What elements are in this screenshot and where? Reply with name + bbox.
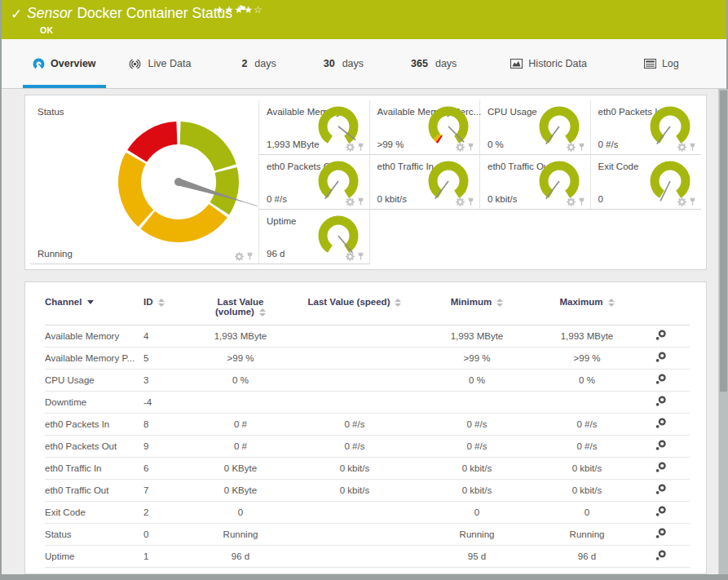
column-header-max[interactable]: Maximum <box>538 294 636 325</box>
gear-icon[interactable] <box>567 197 576 206</box>
gear-icon[interactable] <box>677 197 686 206</box>
tab-label: Live Data <box>148 58 192 69</box>
status-badge: OK <box>40 25 53 35</box>
priority-stars[interactable]: ★★★★☆ <box>215 4 263 15</box>
table-row[interactable]: Available Memory P...5>99 %>99 %>99 % <box>45 348 690 370</box>
table-row[interactable]: Downtime-4 <box>45 392 690 414</box>
pin-icon[interactable] <box>689 143 696 152</box>
gauge-cell-available-memory[interactable]: Available Memory1,993 MByte <box>259 100 370 155</box>
table-row[interactable]: Available Memory41,993 MByte1,993 MByte1… <box>45 325 690 348</box>
column-header-vol[interactable]: Last Value(volume) <box>188 294 293 325</box>
gauge-cell-eth0-traffic-in[interactable]: eth0 Traffic In0 kbit/s <box>370 155 481 210</box>
pin-icon[interactable] <box>689 197 696 206</box>
channel-settings-button[interactable] <box>655 330 667 343</box>
gear-icon[interactable] <box>456 197 465 206</box>
scrollbar-thumb[interactable] <box>720 91 727 392</box>
channel-settings-button[interactable] <box>655 550 667 563</box>
gauge-cell-icons[interactable] <box>456 143 474 152</box>
channel-settings-button[interactable] <box>655 418 667 431</box>
channel-settings-button[interactable] <box>655 528 667 541</box>
cell-vol: 0 # <box>188 436 293 458</box>
channel-settings-icon <box>655 506 667 517</box>
gear-icon[interactable] <box>677 143 686 152</box>
gauge-cell-exit-code[interactable]: Exit Code0 <box>591 155 702 210</box>
tab-historic-data[interactable]: Historic Data <box>501 39 597 88</box>
channel-settings-button[interactable] <box>655 374 667 387</box>
content-area: Status Running Available Memory1,993 MBy… <box>2 89 728 574</box>
channel-settings-button[interactable] <box>655 506 667 519</box>
cell-vol: 0 # <box>188 414 293 436</box>
table-row[interactable]: eth0 Packets Out90 #0 #/s0 #/s0 #/s <box>45 436 690 458</box>
gauge-cell-icons[interactable] <box>677 197 696 206</box>
star-filled-icon[interactable]: ★ <box>215 4 225 15</box>
column-header-id[interactable]: ID <box>143 294 188 325</box>
pin-icon[interactable] <box>467 197 474 206</box>
empty-gauge-cell <box>591 210 702 264</box>
gear-icon[interactable] <box>346 252 355 261</box>
channel-settings-button[interactable] <box>655 462 667 475</box>
gauge-cell-eth0-packets-in[interactable]: eth0 Packets In0 #/s <box>591 100 702 155</box>
table-row[interactable]: Uptime196 d95 d96 d <box>45 546 690 568</box>
column-header-speed[interactable]: Last Value (speed) <box>293 294 416 325</box>
channel-settings-button[interactable] <box>655 484 667 497</box>
pin-icon[interactable] <box>357 143 364 152</box>
pin-icon[interactable] <box>357 252 364 261</box>
gauge-cell-uptime[interactable]: Uptime96 d <box>259 210 370 264</box>
cell-min: Running <box>416 524 538 546</box>
pin-icon[interactable] <box>246 252 254 261</box>
gear-icon[interactable] <box>567 143 576 152</box>
cell-vol: 0 KByte <box>188 458 293 480</box>
table-row[interactable]: eth0 Packets In80 #0 #/s0 #/s0 #/s <box>45 414 690 436</box>
star-filled-icon[interactable]: ★ <box>244 4 254 15</box>
table-row[interactable]: eth0 Traffic In60 KByte0 kbit/s0 kbit/s0… <box>45 458 690 480</box>
gauge-cell-icons[interactable] <box>456 197 474 206</box>
pin-icon[interactable] <box>578 143 585 152</box>
channel-settings-button[interactable] <box>655 352 667 365</box>
star-filled-icon[interactable]: ★ <box>235 4 245 15</box>
gear-icon[interactable] <box>456 143 465 152</box>
gauge-cell-eth0-packets-out[interactable]: eth0 Packets Out0 #/s <box>259 155 370 210</box>
gauge-cell-icons[interactable] <box>567 197 585 206</box>
gear-icon[interactable] <box>346 143 355 152</box>
status-gauge-cell[interactable]: Status Running <box>30 100 259 264</box>
table-row[interactable]: eth0 Traffic Out70 KByte0 kbit/s0 kbit/s… <box>45 480 690 502</box>
table-row[interactable]: CPU Usage30 %0 %0 % <box>45 370 690 392</box>
gauge-value: 0 <box>598 194 603 204</box>
cell-id: 4 <box>143 325 188 348</box>
gauge-cell-icons[interactable] <box>346 143 364 152</box>
channel-settings-button[interactable] <box>655 440 667 453</box>
tab-2-days[interactable]: 2days <box>232 39 285 88</box>
pin-icon[interactable] <box>578 197 585 206</box>
gauge-cell-icons[interactable] <box>677 143 696 152</box>
cell-min: 0 kbit/s <box>416 458 538 480</box>
tab-live-data[interactable]: Live Data <box>117 39 201 88</box>
sort-icon <box>158 299 165 307</box>
cell-vol: 0 % <box>188 370 293 392</box>
channel-settings-button[interactable] <box>655 396 667 409</box>
tab-number: 30 <box>324 58 335 69</box>
gear-icon[interactable] <box>235 252 244 261</box>
gauge-cell-icons[interactable] <box>346 252 364 261</box>
gear-icon[interactable] <box>346 197 355 206</box>
pin-icon[interactable] <box>357 197 364 206</box>
vertical-scrollbar[interactable] <box>718 89 728 574</box>
column-header-channel[interactable]: Channel <box>45 294 143 325</box>
tab-overview[interactable]: Overview <box>23 39 106 88</box>
gauge-cell-cpu-usage[interactable]: CPU Usage0 % <box>480 100 591 155</box>
gauge-cell-icons[interactable] <box>567 143 585 152</box>
tab-30-days[interactable]: 30days <box>314 39 373 88</box>
tab-365-days[interactable]: 365days <box>401 39 466 88</box>
gauge-cell-icons[interactable] <box>346 197 364 206</box>
gauge-cell-available-memory-perc[interactable]: Available Memory Perc...>99 % <box>370 100 481 155</box>
pin-icon[interactable] <box>467 143 474 152</box>
table-row[interactable]: Status0RunningRunningRunning <box>45 524 690 546</box>
gauge-cell-icons[interactable] <box>235 252 254 261</box>
gauge-label: Uptime <box>267 216 296 226</box>
table-row[interactable]: Exit Code2000 <box>45 502 690 524</box>
gauge-label: Exit Code <box>598 162 639 171</box>
tab-log[interactable]: Log <box>634 39 689 88</box>
star-empty-icon[interactable]: ☆ <box>254 4 263 15</box>
column-header-min[interactable]: Minimum <box>416 294 538 325</box>
gauge-cell-eth0-traffic-out[interactable]: eth0 Traffic Out0 kbit/s <box>480 155 591 210</box>
star-filled-icon[interactable]: ★ <box>225 4 235 15</box>
